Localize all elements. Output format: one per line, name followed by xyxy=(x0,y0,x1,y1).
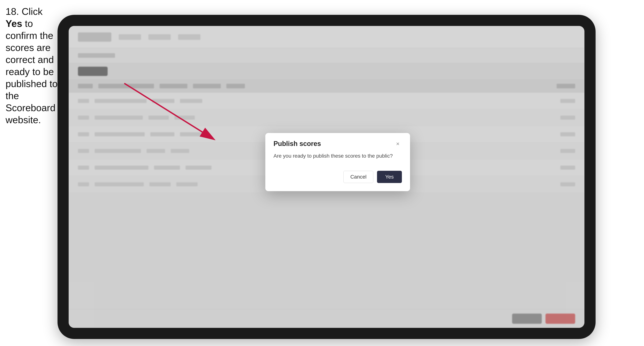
instruction-click: Click xyxy=(22,6,43,17)
modal-title: Publish scores xyxy=(274,140,321,148)
modal-close-button[interactable]: × xyxy=(394,140,402,148)
modal-header: Publish scores × xyxy=(265,133,410,152)
modal-footer: Cancel Yes xyxy=(265,166,410,191)
close-icon: × xyxy=(396,140,400,147)
modal-message: Are you ready to publish these scores to… xyxy=(274,152,402,160)
tablet-screen: Publish scores × Are you ready to publis… xyxy=(69,26,584,328)
modal-overlay: Publish scores × Are you ready to publis… xyxy=(69,26,584,328)
modal-body: Are you ready to publish these scores to… xyxy=(265,152,410,166)
publish-scores-modal: Publish scores × Are you ready to publis… xyxy=(265,133,410,191)
yes-button[interactable]: Yes xyxy=(377,171,402,183)
instruction-yes-emphasis: Yes xyxy=(6,18,22,29)
cancel-button[interactable]: Cancel xyxy=(344,171,373,183)
instruction-rest: to confirm the scores are correct and re… xyxy=(6,18,58,125)
step-number: 18. xyxy=(6,6,19,17)
instruction-text: 18. Click Yes to confirm the scores are … xyxy=(6,5,59,126)
tablet-frame: Publish scores × Are you ready to publis… xyxy=(58,15,596,339)
